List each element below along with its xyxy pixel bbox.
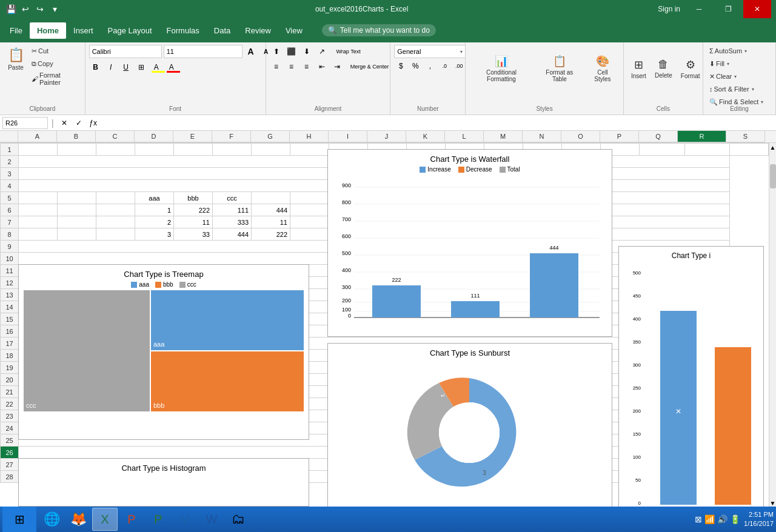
autosum-button[interactable]: Σ AutoSum ▾ [707,45,749,57]
cancel-formula-button[interactable]: ✕ [58,116,71,130]
cell-A8[interactable] [19,228,58,241]
percent-button[interactable]: % [409,59,422,73]
close-button[interactable]: ✕ [743,0,771,18]
col-header-R[interactable]: R [678,131,726,142]
copy-button[interactable]: ⧉ Copy [29,58,81,70]
col-header-L[interactable]: L [445,131,484,142]
borders-button[interactable]: ⊞ [135,61,148,74]
font-color-button[interactable]: A [165,61,178,74]
cell-D6[interactable]: 1 [135,204,174,216]
clock-display[interactable]: 2:51 PM 1/16/2017 [744,510,774,529]
comma-button[interactable]: , [423,59,436,73]
cell-D8[interactable]: 3 [135,228,174,241]
redo-button[interactable]: ↪ [34,3,46,15]
col-header-A[interactable]: A [18,131,57,142]
align-bottom-button[interactable]: ⬇ [300,45,313,58]
align-right-button[interactable]: ≡ [300,60,313,73]
cell-B6[interactable] [58,204,96,216]
menu-formulas[interactable]: Formulas [159,22,207,39]
cell-F7[interactable]: 333 [213,216,252,228]
cell-D1[interactable] [135,144,174,156]
grid-scroll-area[interactable]: 1 [0,143,769,508]
taskbar-word[interactable]: W [199,508,224,531]
cell-E8[interactable]: 33 [174,228,213,241]
col-header-C[interactable]: C [96,131,135,142]
decrease-indent-button[interactable]: ⇤ [315,60,329,73]
restore-button[interactable]: ❐ [714,0,742,18]
currency-button[interactable]: $ [394,59,407,73]
decrease-decimal-button[interactable]: .00 [452,59,466,73]
taskbar-excel[interactable]: X [92,508,118,531]
waterfall-chart[interactable]: Chart Type is Waterfall Increase Decreas… [327,149,612,337]
sound-icon[interactable]: 🔊 [717,514,728,524]
clear-button[interactable]: ✕ Clear ▾ [707,70,739,82]
italic-button[interactable]: I [104,61,118,74]
vertical-scrollbar[interactable]: ▲ ▼ [769,143,776,508]
network-icon[interactable]: 📶 [704,514,715,524]
cell-A5[interactable] [19,192,58,204]
fill-color-button[interactable]: A [150,61,163,74]
cell-R1[interactable] [684,144,730,156]
sign-in-button[interactable]: Sign in [658,5,680,13]
cell-Q1[interactable] [640,144,685,156]
increase-font-size-button[interactable]: A [244,45,258,58]
minimize-button[interactable]: ─ [685,0,713,18]
col-header-K[interactable]: K [406,131,445,142]
cell-C8[interactable] [96,228,135,241]
menu-page-layout[interactable]: Page Layout [101,22,159,39]
cell-styles-button[interactable]: 🎨 Cell Styles [586,52,620,85]
cell-E7[interactable]: 11 [174,216,213,228]
cell-E1[interactable] [174,144,213,156]
col-header-J[interactable]: J [367,131,406,142]
menu-home[interactable]: Home [30,22,66,39]
sort-filter-button[interactable]: ↕ Sort & Filter ▾ [707,83,757,95]
conditional-formatting-button[interactable]: 📊 Conditional Formatting [469,52,533,85]
menu-file[interactable]: File [2,22,30,39]
format-painter-button[interactable]: 🖌 Format Painter [29,70,81,87]
col-header-O[interactable]: O [561,131,600,142]
align-top-button[interactable]: ⬆ [270,45,283,58]
fill-button[interactable]: ⬇ Fill ▾ [707,58,732,70]
treemap-chart[interactable]: Chart Type is Treemap aaa bbb ccc [18,264,309,440]
cell-D7[interactable]: 2 [135,216,174,228]
cell-H5[interactable] [290,192,329,204]
taskbar-powerpoint[interactable]: P [119,508,144,531]
col-header-P[interactable]: P [600,131,639,142]
cut-button[interactable]: ✂ Cut [29,45,81,57]
cell-D5[interactable]: aaa [135,192,174,204]
increase-indent-button[interactable]: ⇥ [330,60,344,73]
cell-G1[interactable] [252,144,290,156]
save-button[interactable]: 💾 [5,3,17,15]
taskbar-ie[interactable]: 🌐 [39,508,64,531]
partial-chart-right[interactable]: Chart Type i 500 450 400 350 300 250 200… [618,246,764,508]
font-name-box[interactable]: Calibri [89,45,162,58]
col-header-S[interactable]: S [726,131,765,142]
cell-C7[interactable] [96,216,135,228]
col-header-M[interactable]: M [484,131,523,142]
col-header-G[interactable]: G [251,131,290,142]
cell-F8[interactable]: 444 [213,228,252,241]
cell-H1[interactable] [290,144,329,156]
taskbar-firefox[interactable]: 🦊 [65,508,91,531]
wrap-text-button[interactable]: Wrap Text [330,45,367,58]
scroll-thumb[interactable] [770,164,776,188]
cell-reference-box[interactable] [2,117,48,129]
merge-center-button[interactable]: Merge & Center [346,60,394,73]
formula-input[interactable] [102,117,774,129]
taskbar-files[interactable]: 🗂 [226,508,251,531]
increase-decimal-button[interactable]: .0 [438,59,451,73]
menu-insert[interactable]: Insert [66,22,101,39]
cell-A1[interactable] [19,144,58,156]
cell-F1[interactable] [213,144,252,156]
delete-cells-button[interactable]: 🗑 Delete [651,56,676,81]
col-header-N[interactable]: N [523,131,561,142]
align-middle-button[interactable]: ⬛ [285,45,298,58]
number-format-dropdown[interactable]: General ▾ [394,45,466,58]
start-button[interactable]: ⊞ [2,507,36,532]
bold-button[interactable]: B [89,61,102,74]
font-size-box[interactable]: 11 [164,45,242,58]
cell-B7[interactable] [58,216,96,228]
tell-me-box[interactable]: 🔍 Tell me what you want to do [322,24,436,36]
battery-icon[interactable]: 🔋 [730,514,740,524]
format-cells-button[interactable]: ⚙ Format [677,56,704,82]
